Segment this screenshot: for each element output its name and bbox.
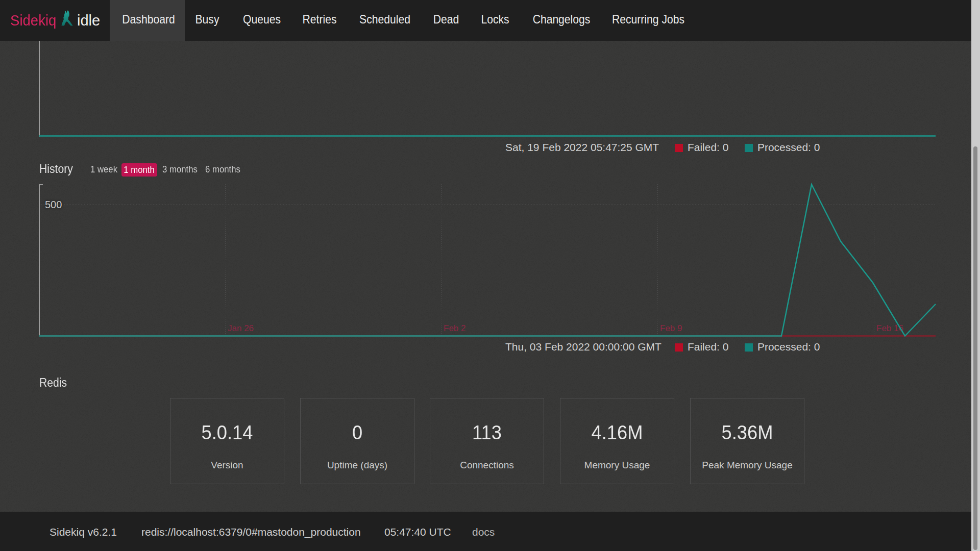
svg-text:Jan 26: Jan 26 — [228, 323, 254, 333]
svg-text:Feb 2: Feb 2 — [444, 323, 465, 333]
svg-text:500: 500 — [45, 199, 62, 210]
svg-text:Feb 9: Feb 9 — [660, 323, 682, 333]
svg-text:Feb 16: Feb 16 — [876, 323, 903, 333]
